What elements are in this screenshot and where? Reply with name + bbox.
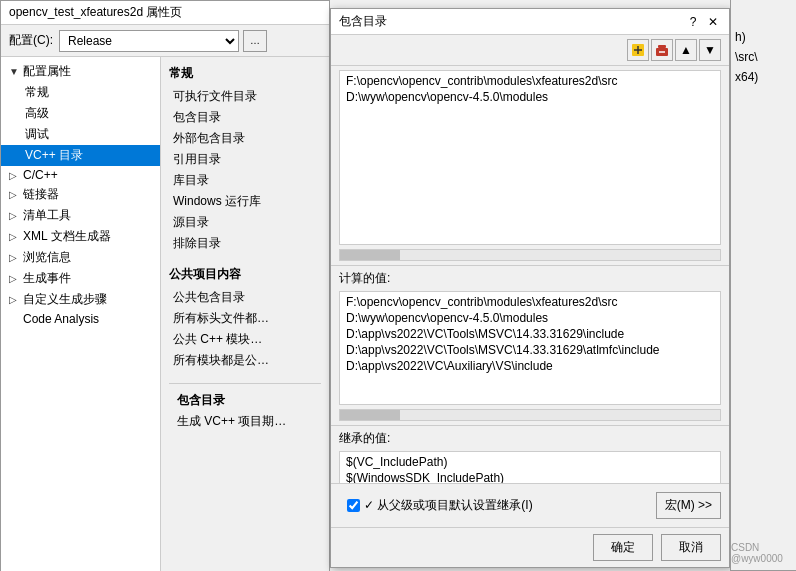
tree-label-debug: 调试 [25,126,49,143]
calc-label: 计算的值: [331,266,729,287]
macro-btn[interactable]: 宏(M) >> [656,492,721,519]
config-toolbar: 配置(C): Release Debug … [1,25,329,57]
right-detail-panel: 常规 可执行文件目录 包含目录 外部包含目录 引用目录 库目录 Windows … [161,57,329,571]
dialog-toolbar: ▲ ▼ [331,35,729,66]
tree-item-custom-build[interactable]: ▷ 自定义生成步骤 [1,289,160,310]
detail-section-general: 常规 可执行文件目录 包含目录 外部包含目录 引用目录 库目录 Windows … [169,65,321,254]
tree-arrow-cpp: ▷ [9,170,19,181]
inherit-path-row-1: $(VC_IncludePath) [344,454,716,470]
inherit-checkbox-row: ✓ 从父级或项目默认设置继承(I) [339,493,541,518]
partial-line-1: h) [735,30,792,44]
bottom-section: 包含目录 生成 VC++ 项目期… [169,383,321,438]
inherit-label: 继承的值: [331,426,729,447]
tree-label-build-events: 生成事件 [23,270,71,287]
tree-item-xml[interactable]: ▷ XML 文档生成器 [1,226,160,247]
partial-line-3: x64) [735,70,792,84]
inherit-list-box[interactable]: $(VC_IncludePath) $(WindowsSDK_IncludePa… [339,451,721,483]
detail-item-ext-include-dir[interactable]: 外部包含目录 [169,128,321,149]
bottom-section-desc: 生成 VC++ 项目期… [177,413,313,430]
detail-item-public-include[interactable]: 公共包含目录 [169,287,321,308]
tree-arrow-manifest: ▷ [9,210,19,221]
dialog-title-text: 包含目录 [339,13,387,30]
tree-item-cpp[interactable]: ▷ C/C++ [1,166,160,184]
tree-root-label: 配置属性 [23,63,71,80]
move-up-btn[interactable]: ▲ [675,39,697,61]
partial-window: h) \src\ x64) CSDN @wyw0000 [730,0,796,571]
tree-item-debug[interactable]: 调试 [1,124,160,145]
calc-list-box[interactable]: F:\opencv\opencv_contrib\modules\xfeatur… [339,291,721,405]
detail-item-all-modules[interactable]: 所有模块都是公… [169,350,321,371]
ok-btn[interactable]: 确定 [593,534,653,561]
dialog-title-bar: 包含目录 ? ✕ [331,9,729,35]
dialog-footer: ✓ 从父级或项目默认设置继承(I) 宏(M) >> [331,483,729,527]
calc-path-row-4: D:\app\vs2022\VC\Tools\MSVC\14.33.31629\… [344,342,716,358]
dialog-help-btn[interactable]: ? [685,14,701,30]
tree-label-cpp: C/C++ [23,168,58,182]
tree-item-build-events[interactable]: ▷ 生成事件 [1,268,160,289]
detail-section-public: 公共项目内容 公共包含目录 所有标头文件都… 公共 C++ 模块… 所有模块都是… [169,266,321,371]
tree-label-xml: XML 文档生成器 [23,228,111,245]
tree-item-code-analysis[interactable]: Code Analysis [1,310,160,328]
cancel-btn[interactable]: 取消 [661,534,721,561]
config-label: 配置(C): [9,32,53,49]
tree-label-linker: 链接器 [23,186,59,203]
detail-item-source-dir[interactable]: 源目录 [169,212,321,233]
config-select[interactable]: Release Debug [59,30,239,52]
main-title-bar: opencv_test_xfeatures2d 属性页 [1,1,329,25]
partial-line-2: \src\ [735,50,792,64]
include-path-row-1[interactable]: F:\opencv\opencv_contrib\modules\xfeatur… [344,73,716,89]
include-list-hscrollbar[interactable] [339,249,721,261]
tree-label-browse: 浏览信息 [23,249,71,266]
include-list-hscrollbar-thumb [340,250,400,260]
detail-section-general-title: 常规 [169,65,321,82]
move-down-btn[interactable]: ▼ [699,39,721,61]
dialog-controls: ? ✕ [685,14,721,30]
detail-item-win-rt[interactable]: Windows 运行库 [169,191,321,212]
detail-item-lib-dir[interactable]: 库目录 [169,170,321,191]
bottom-section-title: 包含目录 [177,392,313,409]
inherit-checkbox[interactable] [347,499,360,512]
config-dropdown-btn[interactable]: … [243,30,267,52]
tree-label-manifest: 清单工具 [23,207,71,224]
detail-item-include-dir[interactable]: 包含目录 [169,107,321,128]
calc-list-hscrollbar[interactable] [339,409,721,421]
tree-item-manifest[interactable]: ▷ 清单工具 [1,205,160,226]
detail-item-public-cpp-module[interactable]: 公共 C++ 模块… [169,329,321,350]
tree-arrow-xml: ▷ [9,231,19,242]
tree-label-vc-dirs: VC++ 目录 [25,147,83,164]
detail-item-exclude-dir[interactable]: 排除目录 [169,233,321,254]
dialog-close-btn[interactable]: ✕ [705,14,721,30]
tree-item-general[interactable]: 常规 [1,82,160,103]
tree-root-item[interactable]: ▼ 配置属性 [1,61,160,82]
tree-panel: ▼ 配置属性 常规 高级 调试 VC++ 目录 ▷ C/C++ ▷ 链接器 [1,57,161,571]
inherit-path-row-2: $(WindowsSDK_IncludePath) [344,470,716,483]
tree-arrow-linker: ▷ [9,189,19,200]
tree-label-advanced: 高级 [25,105,49,122]
tree-arrow-custom-build: ▷ [9,294,19,305]
delete-entry-btn[interactable] [651,39,673,61]
main-title-text: opencv_test_xfeatures2d 属性页 [9,4,182,21]
tree-label-custom-build: 自定义生成步骤 [23,291,107,308]
tree-item-advanced[interactable]: 高级 [1,103,160,124]
partial-window-content: h) \src\ x64) [731,0,796,94]
inherit-section: 继承的值: $(VC_IncludePath) $(WindowsSDK_Inc… [331,426,729,483]
tree-arrow-build-events: ▷ [9,273,19,284]
add-entry-btn[interactable] [627,39,649,61]
tree-label-code-analysis: Code Analysis [23,312,99,326]
include-dirs-dialog: 包含目录 ? ✕ ▲ ▼ F:\open [330,8,730,568]
dialog-body: F:\opencv\opencv_contrib\modules\xfeatur… [331,66,729,483]
calc-list-hscrollbar-thumb [340,410,400,420]
tree-item-vc-dirs[interactable]: VC++ 目录 [1,145,160,166]
include-list-section: F:\opencv\opencv_contrib\modules\xfeatur… [331,66,729,266]
detail-item-exe-dir[interactable]: 可执行文件目录 [169,86,321,107]
detail-item-all-headers[interactable]: 所有标头文件都… [169,308,321,329]
svg-rect-5 [658,45,666,48]
main-property-window: opencv_test_xfeatures2d 属性页 配置(C): Relea… [0,0,330,571]
tree-item-linker[interactable]: ▷ 链接器 [1,184,160,205]
detail-item-ref-dir[interactable]: 引用目录 [169,149,321,170]
include-list-inner: F:\opencv\opencv_contrib\modules\xfeatur… [340,71,720,107]
tree-item-browse[interactable]: ▷ 浏览信息 [1,247,160,268]
calc-path-row-5: D:\app\vs2022\VC\Auxiliary\VS\include [344,358,716,374]
include-path-row-2[interactable]: D:\wyw\opencv\opencv-4.5.0\modules [344,89,716,105]
include-list-box[interactable]: F:\opencv\opencv_contrib\modules\xfeatur… [339,70,721,245]
